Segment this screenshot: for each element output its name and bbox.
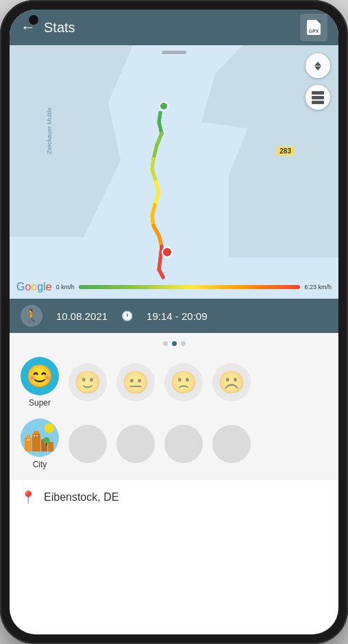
activity-gray-4[interactable] <box>212 425 251 463</box>
mood-face-terrible[interactable]: ☹️ <box>212 363 251 401</box>
stats-bar: 🚶 10.08.2021 🕐 19:14 - 20:09 <box>10 299 338 333</box>
layer-rect-mid <box>312 96 324 99</box>
mood-face-good[interactable]: 🙂 <box>69 363 107 401</box>
svg-point-1 <box>45 423 54 433</box>
camera <box>29 15 38 25</box>
map-container[interactable]: Zwickauer Mulde 283 <box>10 45 338 299</box>
phone-screen: ← Stats GPX Zwickauer Mulde 283 <box>10 10 338 634</box>
location-pin-icon: 📍 <box>21 490 36 505</box>
activity-gray-2[interactable] <box>116 425 155 463</box>
stats-time-range: 19:14 - 20:09 <box>147 310 207 322</box>
speed-gradient-bar <box>79 285 301 289</box>
layers-icon <box>312 91 324 104</box>
mood-face-neutral[interactable]: 😐 <box>116 363 155 401</box>
activity-type-icon: 🚶 <box>21 305 42 327</box>
svg-rect-10 <box>34 435 35 436</box>
speed-max-label: 6:23 km/h <box>304 284 332 290</box>
svg-rect-7 <box>48 442 53 451</box>
google-logo: Google <box>16 281 52 293</box>
page-title: Stats <box>44 20 300 36</box>
svg-rect-13 <box>46 443 47 446</box>
page-dot-1[interactable] <box>163 341 168 346</box>
city-svg <box>21 419 59 457</box>
speed-min-label: 0 km/h <box>56 284 75 290</box>
activity-gray-1[interactable] <box>69 425 107 463</box>
chevron-down-icon <box>314 66 321 71</box>
speed-legend: Google 0 km/h 6:23 km/h <box>16 281 332 293</box>
top-bar: ← Stats GPX <box>10 10 338 45</box>
mood-face-bad[interactable]: 🙁 <box>164 363 203 401</box>
gpx-page-icon: GPX <box>307 20 321 35</box>
mood-selected-item[interactable]: 😊 Super <box>21 357 59 408</box>
route-track <box>10 45 338 299</box>
map-layers-button[interactable] <box>306 85 330 110</box>
gpx-export-button[interactable]: GPX <box>300 14 327 41</box>
layer-rect-top <box>312 91 324 95</box>
page-dot-2[interactable] <box>172 341 177 346</box>
clock-icon: 🕐 <box>121 310 133 321</box>
gpx-icon: GPX <box>307 20 321 35</box>
activity-section: City <box>10 416 338 479</box>
mood-section: 😊 Super 🙂 😐 🙁 ☹️ <box>10 351 338 416</box>
gpx-label: GPX <box>309 29 319 34</box>
phone-shell: ← Stats GPX Zwickauer Mulde 283 <box>0 0 348 644</box>
svg-rect-5 <box>34 431 39 434</box>
activity-city-label: City <box>33 460 47 469</box>
layer-rect-bot <box>312 101 324 104</box>
chevron-up-icon <box>314 62 321 66</box>
map-zoom-button[interactable] <box>306 53 330 78</box>
page-dot-3[interactable] <box>181 341 186 346</box>
mood-super-label: Super <box>29 398 51 408</box>
map-drag-pill <box>162 51 186 54</box>
svg-rect-11 <box>36 435 38 436</box>
city-icon <box>21 419 59 457</box>
route-end-marker <box>162 247 173 258</box>
svg-rect-9 <box>29 439 30 441</box>
map-background: Zwickauer Mulde 283 <box>10 45 338 299</box>
svg-point-12 <box>43 437 50 444</box>
stats-date: 10.08.2021 <box>56 310 108 322</box>
svg-rect-3 <box>26 435 30 438</box>
pagination-dots <box>10 333 338 351</box>
svg-rect-8 <box>27 439 28 441</box>
activity-gray-3[interactable] <box>164 425 203 463</box>
mood-face-super[interactable]: 😊 <box>21 357 59 395</box>
location-text: Eibenstock, DE <box>44 491 119 504</box>
activity-city-item[interactable]: City <box>21 419 59 469</box>
route-start-marker <box>159 101 169 111</box>
location-bar: 📍 Eibenstock, DE <box>10 479 338 515</box>
